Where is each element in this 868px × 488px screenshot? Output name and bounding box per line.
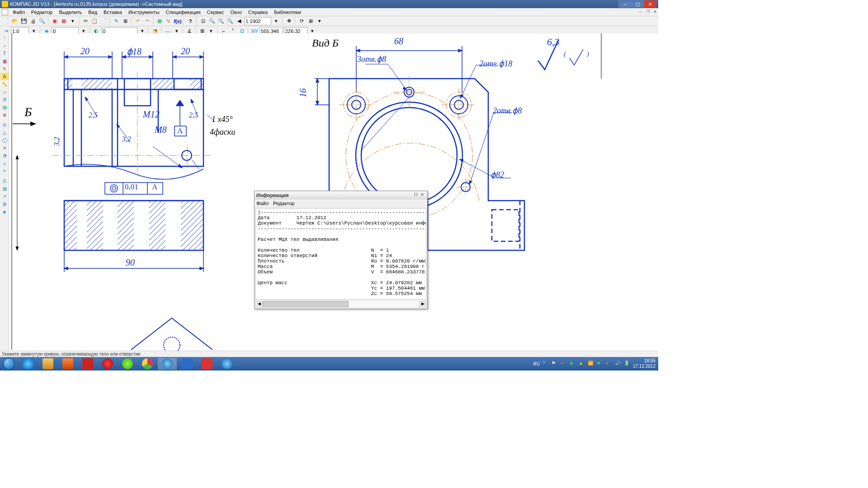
taskbar-clock[interactable]: 18:55 17.12.2012 [633,358,656,369]
hatch-icon[interactable]: ▦ [0,57,9,65]
library-icon[interactable]: ▦ [156,17,164,25]
zoom-input[interactable] [244,17,271,25]
edit-icon[interactable]: ✎ [0,65,9,72]
menu-window[interactable]: Окно [227,9,245,16]
geometry-icon[interactable]: ◝ [0,34,9,42]
menu-view[interactable]: Вид [85,9,100,16]
volume-tray-icon[interactable]: 🔊 [615,361,621,367]
taskbar-app-red[interactable] [198,358,217,370]
insert-icon[interactable]: ⊕ [0,111,9,118]
scroll-track[interactable] [263,301,419,307]
taskbar-media[interactable] [58,358,77,370]
tool-icon[interactable]: ⊞ [0,200,9,207]
properties-icon[interactable]: ⊞ [121,17,129,25]
tool-icon[interactable]: ▦ [60,17,68,25]
menu-editor[interactable]: Редактор [28,9,55,16]
scroll-left-icon[interactable]: ◀ [255,301,263,307]
param-icon[interactable]: A [0,73,9,80]
close-icon[interactable]: ✕ [419,192,425,198]
snap-tangent-icon[interactable]: ◔ [0,152,9,159]
lang-indicator[interactable]: RU [533,361,539,366]
snap-intersect-icon[interactable]: ✕ [0,144,9,151]
taskbar-opera[interactable] [98,358,117,370]
report-icon[interactable]: ▤ [0,103,9,111]
menu-help[interactable]: Справка [245,9,270,16]
tray-icon[interactable]: ● [606,361,612,367]
battery-tray-icon[interactable]: 🔋 [624,361,630,367]
tool-icon[interactable]: ✎ [112,17,120,25]
tool-icon[interactable]: ⊞ [307,17,315,25]
start-button[interactable] [0,357,18,371]
open-icon[interactable]: 📂 [11,17,19,25]
info-hscrollbar[interactable]: ◀ ▶ [255,300,426,308]
network-tray-icon[interactable]: 📶 [588,361,594,367]
tool-icon[interactable]: ▤ [0,185,9,192]
menu-spec[interactable]: Спецификация [163,9,203,16]
taskbar-explorer[interactable] [38,358,57,370]
close-button[interactable]: ✕ [644,0,656,8]
pin-icon[interactable]: ⊓ [413,192,419,198]
tool-icon[interactable]: ◈ [0,208,9,215]
tool-icon[interactable]: ▾ [69,17,77,25]
info-menu-editor[interactable]: Редактор [273,201,294,206]
zoom-in-icon[interactable]: 🔍 [208,17,216,25]
info-panel-body[interactable]: |---------------------------------------… [255,208,426,300]
measure-icon[interactable]: 📏 [0,80,9,88]
scroll-thumb[interactable] [263,301,349,307]
zoom-window-icon[interactable]: 🔍 [217,17,225,25]
tool-icon[interactable]: ▣ [51,17,59,25]
tray-icon[interactable]: ● [561,361,567,367]
spec-icon[interactable]: ☰ [0,96,9,103]
taskbar-adobe[interactable] [78,358,97,370]
menu-file[interactable]: Файл [10,9,28,16]
dimension-icon[interactable]: ↔ [0,42,9,49]
flag-tray-icon[interactable]: ⚑ [552,361,558,367]
copy-icon[interactable]: 📋 [90,17,99,25]
taskbar-kompas2[interactable] [217,358,236,370]
refresh-icon[interactable]: ⟳ [297,17,306,25]
undo-icon[interactable]: ↶ [134,17,142,25]
snap-near-icon[interactable]: ⌖ [0,167,9,174]
scroll-right-icon[interactable]: ▶ [419,301,426,307]
taskbar-word[interactable] [178,358,197,370]
zoom-prev-icon[interactable]: ◀ [235,17,243,25]
tray-icon[interactable]: ▲ [579,361,585,367]
help-icon[interactable]: ? [186,17,194,25]
taskbar-chrome[interactable] [138,358,157,370]
snap-point-icon[interactable]: ⊙ [0,121,9,128]
save-icon[interactable]: 💾 [20,17,28,25]
redo-icon[interactable]: ↷ [143,17,151,25]
tray-icon[interactable]: ◆ [570,361,576,367]
dropdown-icon[interactable]: ▾ [316,17,324,25]
snap-mid-icon[interactable]: △ [0,129,9,136]
print-icon[interactable]: 🖨 [29,17,37,25]
menu-libraries[interactable]: Библиотеки [271,9,304,16]
mdi-close[interactable]: ✕ [652,9,658,15]
drawing-canvas[interactable]: ( ) 20 ϕ18 20 90 Б 2,5 2,5 М12 М8 3,2 3,… [9,33,658,352]
fx-icon[interactable]: f(x) [174,17,182,25]
zoom-out-icon[interactable]: 🔍 [226,17,234,25]
menu-tools[interactable]: Инструменты [126,9,162,16]
info-menu-file[interactable]: Файл [256,201,269,206]
minimize-button[interactable]: ─ [618,0,631,8]
info-panel-titlebar[interactable]: Информация ⊓ ✕ [255,191,427,199]
menu-service[interactable]: Сервис [204,9,227,16]
taskbar-kompas[interactable] [158,358,177,370]
snap-center-icon[interactable]: ◯ [0,136,9,144]
select-icon[interactable]: ▭ [0,88,9,95]
mdi-minimize[interactable]: ─ [637,9,644,15]
menu-insert[interactable]: Вставка [101,9,125,16]
preview-icon[interactable]: 🔍 [38,17,46,25]
pan-icon[interactable]: ✥ [285,17,293,25]
tool-icon[interactable]: ↗ [0,192,9,200]
new-icon[interactable]: 📄 [2,17,10,25]
mdi-restore[interactable]: ❐ [645,9,651,15]
tool-icon[interactable]: ⊡ [0,177,9,184]
text-icon[interactable]: T [0,50,9,57]
cut-icon[interactable]: ✂ [81,17,90,25]
menu-select[interactable]: Выделить [56,9,85,16]
dropdown-icon[interactable]: ▾ [272,17,280,25]
help-tray-icon[interactable]: ? [542,361,549,367]
taskbar-app-green[interactable] [118,358,137,370]
snap-normal-icon[interactable]: ⊥ [0,160,9,167]
